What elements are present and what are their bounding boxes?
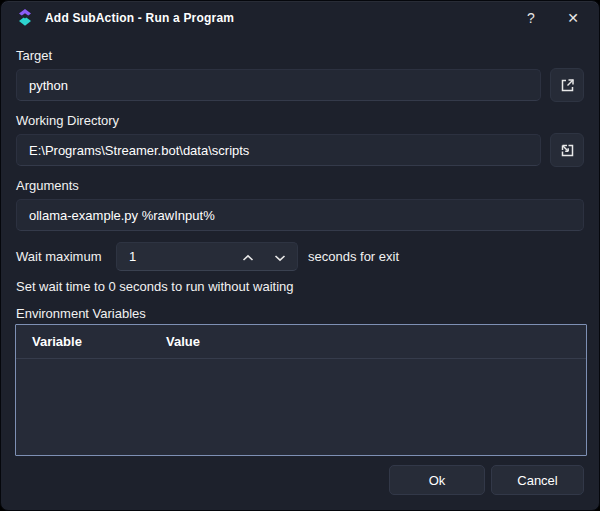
stepper-decrease-button[interactable] [271,249,289,267]
target-input[interactable]: python [16,69,541,101]
dialog-window: Add SubAction - Run a Program ? ✕ Target… [0,0,600,511]
working-directory-value: E:\Programs\Streamer.bot\data\scripts [29,143,249,158]
environment-variables-label: Environment Variables [16,306,146,321]
environment-variables-table[interactable]: Variable Value [15,324,587,456]
working-directory-label: Working Directory [16,113,119,128]
arguments-value: ollama-example.py %rawInput% [29,208,215,223]
ok-button[interactable]: Ok [389,465,485,495]
wait-maximum-label: Wait maximum [16,249,101,264]
streamerbot-logo-icon [18,9,32,26]
wait-suffix-label: seconds for exit [308,249,399,264]
target-label: Target [16,48,52,63]
table-body-empty[interactable] [16,359,586,455]
close-icon[interactable]: ✕ [553,1,593,34]
target-value: python [29,78,68,93]
wait-seconds-value: 1 [129,249,136,264]
arguments-label: Arguments [16,178,79,193]
browse-directory-button[interactable] [550,133,584,167]
column-header-variable[interactable]: Variable [16,334,166,349]
arguments-input[interactable]: ollama-example.py %rawInput% [16,199,584,231]
table-header-row: Variable Value [16,325,586,359]
column-header-value[interactable]: Value [166,334,200,349]
wait-hint-text: Set wait time to 0 seconds to run withou… [16,279,293,294]
title-bar[interactable]: Add SubAction - Run a Program ? ✕ [1,1,599,34]
help-button[interactable]: ? [511,1,551,34]
wait-seconds-stepper[interactable]: 1 [116,242,298,271]
browse-target-button[interactable] [550,68,584,102]
external-link-icon [560,78,575,93]
select-folder-icon [560,143,575,158]
stepper-increase-button[interactable] [239,249,257,267]
chevron-down-icon [274,254,286,262]
working-directory-input[interactable]: E:\Programs\Streamer.bot\data\scripts [16,134,541,166]
chevron-up-icon [242,254,254,262]
window-title: Add SubAction - Run a Program [45,1,234,34]
cancel-button[interactable]: Cancel [491,465,584,495]
